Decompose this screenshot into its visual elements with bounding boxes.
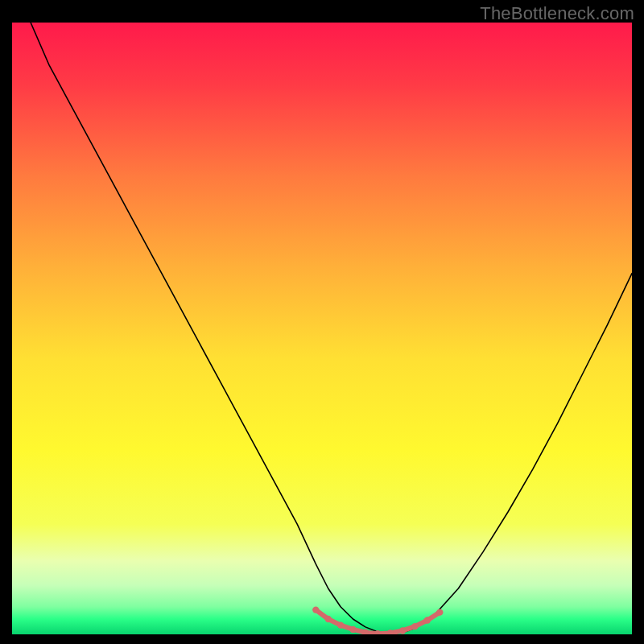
gradient-background — [12, 23, 632, 634]
green-band-marker — [399, 627, 406, 634]
green-band-marker — [411, 623, 418, 630]
green-band-marker — [312, 606, 319, 613]
green-band-marker — [349, 626, 356, 633]
plot-area — [12, 23, 632, 634]
bottleneck-chart — [12, 23, 632, 634]
green-band-marker — [424, 617, 431, 623]
green-band-marker — [436, 609, 443, 615]
chart-frame: TheBottleneck.com — [0, 0, 644, 644]
green-band-marker — [337, 621, 344, 628]
watermark-text: TheBottleneck.com — [480, 3, 634, 24]
green-band-marker — [325, 616, 332, 622]
